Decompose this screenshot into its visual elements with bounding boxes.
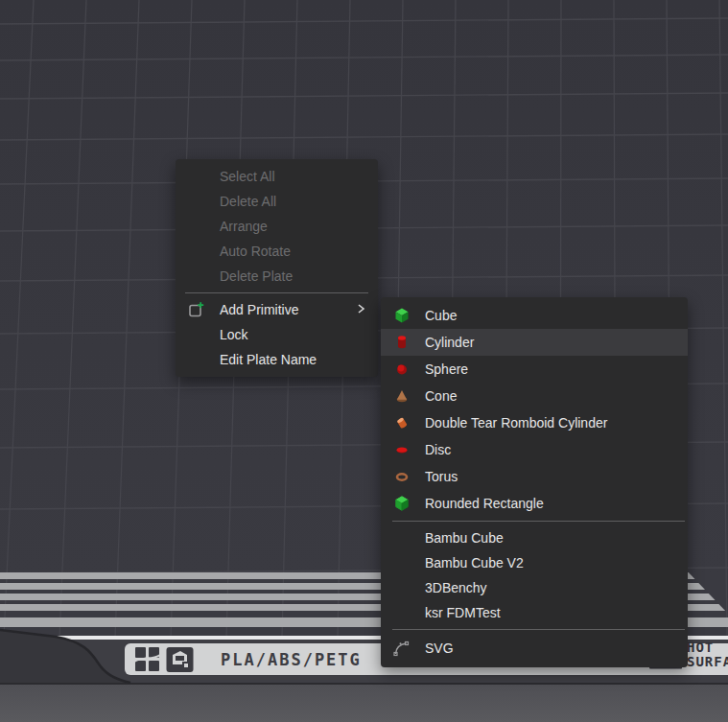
menu-item-delete-plate[interactable]: Delete Plate (176, 264, 378, 289)
submenu-item-label: Cylinder (425, 335, 474, 350)
viewport-floor (0, 683, 728, 722)
submenu-item-bambu-cube-v2[interactable]: Bambu Cube V2 (381, 550, 688, 575)
submenu-item-label: Disc (425, 442, 451, 457)
submenu-item-label: ksr FDMTest (425, 605, 501, 620)
submenu-item-torus[interactable]: Torus (381, 463, 688, 490)
sphere-icon (392, 360, 411, 379)
romboid-cylinder-icon (392, 413, 411, 432)
menu-item-auto-rotate[interactable]: Auto Rotate (176, 239, 378, 264)
menu-item-arrange[interactable]: Arrange (176, 214, 378, 239)
submenu-item-ksr-fdmtest[interactable]: ksr FDMTest (381, 600, 688, 625)
menu-item-lock[interactable]: Lock (176, 322, 378, 347)
cylinder-icon (392, 333, 411, 352)
rounded-rectangle-icon (392, 494, 411, 513)
submenu-separator (392, 629, 685, 630)
submenu-chevron-icon (355, 302, 366, 317)
disc-icon (392, 440, 411, 459)
submenu-item-label: Double Tear Romboid Cylinder (425, 415, 607, 431)
hot-surface-line1: HOT (687, 640, 728, 655)
submenu-item-double-tear-romboid-cylinder[interactable]: Double Tear Romboid Cylinder (381, 409, 688, 436)
menu-separator (185, 292, 368, 293)
menu-item-label: Auto Rotate (220, 244, 291, 259)
submenu-separator (392, 521, 685, 522)
plate-brand-logo (166, 646, 194, 673)
submenu-item-sphere[interactable]: Sphere (381, 356, 688, 383)
submenu-item-rounded-rectangle[interactable]: Rounded Rectangle (381, 490, 688, 517)
menu-item-label: Lock (220, 327, 248, 342)
submenu-item-label: Bambu Cube V2 (425, 555, 524, 571)
submenu-item-3dbenchy[interactable]: 3DBenchy (381, 575, 688, 600)
menu-item-label: Arrange (220, 219, 268, 234)
menu-item-label: Delete Plate (220, 268, 293, 284)
add-primitive-icon (187, 300, 206, 319)
submenu-item-label: Cube (425, 308, 457, 323)
menu-item-add-primitive[interactable]: Add Primitive (176, 297, 378, 322)
submenu-item-label: Torus (425, 469, 458, 484)
bezier-curve-icon (392, 639, 411, 658)
submenu-item-label: Sphere (425, 361, 468, 377)
menu-item-label: Edit Plate Name (220, 352, 317, 367)
menu-item-select-all[interactable]: Select All (176, 164, 378, 189)
submenu-item-cone[interactable]: Cone (381, 383, 688, 409)
submenu-item-label: Rounded Rectangle (425, 496, 544, 511)
menu-item-delete-all[interactable]: Delete All (176, 189, 378, 214)
submenu-item-bambu-cube[interactable]: Bambu Cube (381, 525, 688, 550)
submenu-item-label: Cone (425, 388, 457, 404)
torus-icon (392, 467, 411, 486)
add-primitive-submenu: Cube Cylinder Sphere (381, 297, 688, 667)
menu-item-edit-plate-name[interactable]: Edit Plate Name (176, 347, 378, 372)
slicer-3d-viewport[interactable]: PLA/ABS/PETG HOT SURFACE Select All Dele… (0, 0, 728, 722)
submenu-item-cylinder[interactable]: Cylinder (381, 329, 688, 356)
submenu-item-label: Bambu Cube (425, 530, 504, 546)
submenu-item-svg[interactable]: SVG (381, 634, 688, 663)
plate-material-label: PLA/ABS/PETG (221, 650, 362, 669)
bambu-lab-logo (134, 646, 160, 672)
submenu-item-label: 3DBenchy (425, 580, 487, 595)
submenu-item-cube[interactable]: Cube (381, 302, 688, 329)
submenu-item-label: SVG (425, 640, 454, 656)
cube-icon (392, 306, 411, 325)
menu-item-label: Add Primitive (220, 302, 298, 317)
hot-surface-line2: SURFACE (687, 655, 728, 669)
plate-context-menu: Select All Delete All Arrange Auto Rotat… (176, 159, 378, 377)
menu-item-label: Select All (220, 169, 275, 184)
submenu-item-disc[interactable]: Disc (381, 436, 688, 463)
menu-item-label: Delete All (220, 194, 276, 209)
cone-icon (392, 386, 411, 406)
